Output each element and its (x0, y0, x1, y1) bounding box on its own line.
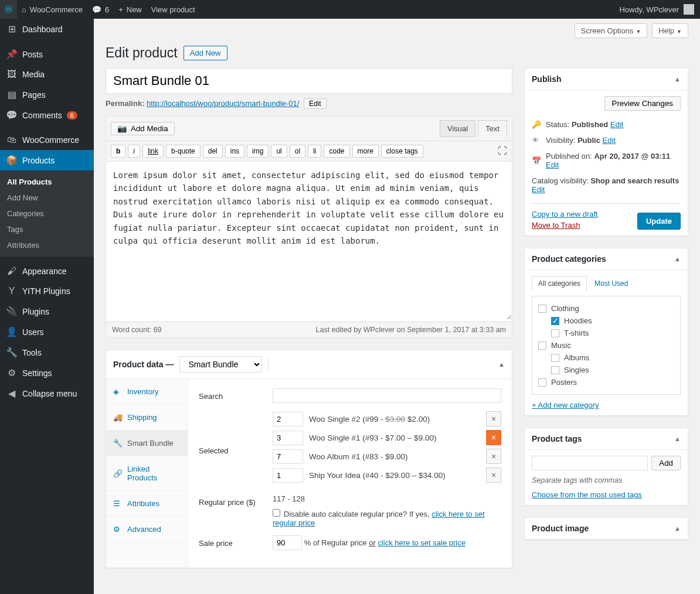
preview-changes-button[interactable]: Preview Changes (604, 96, 681, 111)
bundle-qty-input[interactable] (273, 468, 303, 483)
tab-smart-bundle[interactable]: 🔧Smart Bundle (106, 431, 188, 456)
qtag-ul[interactable]: ul (271, 145, 287, 158)
toggle-icon[interactable]: ▲ (674, 435, 681, 442)
sidebar-item-dashboard[interactable]: ⊞Dashboard (0, 19, 94, 39)
screen-options-button[interactable]: Screen Options▼ (575, 23, 648, 38)
submenu-categories[interactable]: Categories (0, 206, 94, 221)
sidebar-item-media[interactable]: 🖼Media (0, 64, 94, 84)
edit-catalog-link[interactable]: Edit (532, 185, 545, 194)
fullscreen-icon[interactable]: ⛶ (498, 146, 507, 156)
submenu-attributes[interactable]: Attributes (0, 237, 94, 253)
add-new-button[interactable]: Add New (184, 46, 227, 60)
sidebar-item-posts[interactable]: 📌Posts (0, 44, 94, 64)
add-media-button[interactable]: 📷Add Media (111, 122, 175, 135)
update-button[interactable]: Update (637, 213, 681, 230)
move-trash-link[interactable]: Move to Trash (532, 221, 580, 230)
edit-visibility-link[interactable]: Edit (603, 136, 616, 145)
wp-logo[interactable]: ⓦ (0, 0, 17, 19)
qtag-more[interactable]: more (352, 145, 379, 158)
sidebar-item-users[interactable]: 👤Users (0, 322, 94, 342)
comments-bubble[interactable]: 💬6 (87, 0, 114, 19)
category-checkbox[interactable] (538, 305, 546, 313)
category-checkbox[interactable] (551, 329, 559, 337)
product-type-select[interactable]: Smart Bundle (179, 356, 262, 373)
content-textarea[interactable]: Lorem ipsum dolor sit amet, consectetur … (106, 162, 512, 320)
toggle-icon[interactable]: ▲ (498, 361, 505, 368)
category-item[interactable]: Clothing (538, 302, 674, 315)
qtag-i[interactable]: i (128, 145, 140, 158)
qtag-link[interactable]: link (142, 145, 164, 158)
set-sale-price-link[interactable]: click here to set sale price (378, 538, 465, 547)
submenu-tags[interactable]: Tags (0, 221, 94, 237)
disable-auto-checkbox[interactable] (273, 509, 280, 517)
new-content[interactable]: +New (114, 0, 147, 19)
sidebar-item-pages[interactable]: ▤Pages (0, 84, 94, 105)
bundle-remove-button[interactable]: × (486, 411, 501, 426)
bundle-qty-input[interactable] (273, 431, 303, 445)
editor-tab-visual[interactable]: Visual (440, 120, 475, 137)
toggle-icon[interactable]: ▲ (674, 525, 681, 532)
add-category-link[interactable]: + Add new category (532, 401, 599, 409)
category-item[interactable]: Music (538, 339, 674, 351)
product-title-input[interactable] (106, 68, 512, 94)
sidebar-item-comments[interactable]: 💬Comments6 (0, 105, 94, 125)
category-checkbox[interactable] (538, 342, 546, 350)
tab-linked[interactable]: 🔗Linked Products (106, 456, 188, 491)
qtag-ins[interactable]: ins (225, 145, 244, 158)
qtag-img[interactable]: img (247, 145, 269, 158)
submenu-all-products[interactable]: All Products (0, 174, 94, 190)
sidebar-item-appearance[interactable]: 🖌Appearance (0, 261, 94, 281)
bundle-qty-input[interactable] (273, 449, 303, 464)
add-tag-button[interactable]: Add (651, 456, 681, 470)
view-product[interactable]: View product (147, 0, 200, 19)
qtag-del[interactable]: del (203, 145, 223, 158)
qtag-ol[interactable]: ol (290, 145, 305, 158)
submenu-add-new[interactable]: Add New (0, 190, 94, 206)
qtag-code[interactable]: code (324, 145, 349, 158)
category-item[interactable]: Albums (538, 351, 674, 364)
tab-shipping[interactable]: 🚚Shipping (106, 405, 188, 431)
sidebar-item-settings[interactable]: ⚙Settings (0, 363, 94, 383)
copy-draft-link[interactable]: Copy to a new draft (532, 210, 598, 219)
permalink-edit-button[interactable]: Edit (304, 98, 327, 109)
bundle-remove-button[interactable]: × (486, 430, 501, 445)
category-checkbox[interactable] (551, 354, 559, 362)
bundle-remove-button[interactable]: × (486, 449, 501, 464)
sidebar-collapse[interactable]: ◀Collapse menu (0, 383, 94, 404)
category-item[interactable]: Singles (538, 364, 674, 376)
category-checkbox[interactable] (551, 366, 559, 374)
bundle-remove-button[interactable]: × (486, 467, 501, 483)
qtag-bquote[interactable]: b-quote (166, 145, 201, 158)
bundle-search-input[interactable] (273, 388, 501, 403)
choose-tags-link[interactable]: Choose from the most used tags (532, 490, 642, 499)
category-item[interactable]: ✓Hoodies (538, 315, 674, 327)
tag-input[interactable] (532, 456, 648, 470)
sidebar-item-woocommerce[interactable]: 🛍WooCommerce (0, 130, 94, 150)
cat-tab-most-used[interactable]: Most Used (588, 276, 634, 291)
category-item[interactable]: T-shirts (538, 327, 674, 339)
permalink-url[interactable]: http://localhost/woo/product/smart-bundl… (147, 99, 299, 108)
tab-inventory[interactable]: ◈Inventory (106, 379, 188, 405)
editor-tab-text[interactable]: Text (478, 120, 507, 137)
site-name[interactable]: ⌂WooCommerce (17, 0, 87, 19)
toggle-icon[interactable]: ▲ (674, 255, 681, 262)
toggle-icon[interactable]: ▲ (674, 76, 681, 83)
sale-percent-input[interactable] (273, 535, 302, 550)
help-button[interactable]: Help▼ (652, 23, 688, 38)
sidebar-item-tools[interactable]: 🔧Tools (0, 342, 94, 363)
bundle-qty-input[interactable] (273, 412, 303, 426)
category-item[interactable]: Posters (538, 376, 674, 388)
sidebar-item-yith[interactable]: YYITH Plugins (0, 281, 94, 301)
qtag-b[interactable]: b (111, 145, 125, 158)
tab-attributes[interactable]: ☰Attributes (106, 491, 188, 517)
howdy-text[interactable]: Howdy, WPclever (619, 5, 679, 14)
cat-tab-all[interactable]: All categories (532, 276, 587, 291)
avatar[interactable] (684, 4, 694, 15)
edit-date-link[interactable]: Edit (546, 161, 559, 169)
sidebar-item-products[interactable]: 📦Products (0, 150, 94, 170)
sidebar-item-plugins[interactable]: 🔌Plugins (0, 301, 94, 322)
tab-advanced[interactable]: ⚙Advanced (106, 517, 188, 542)
edit-status-link[interactable]: Edit (610, 120, 623, 129)
category-checkbox[interactable]: ✓ (551, 317, 559, 325)
qtag-close[interactable]: close tags (381, 145, 423, 158)
